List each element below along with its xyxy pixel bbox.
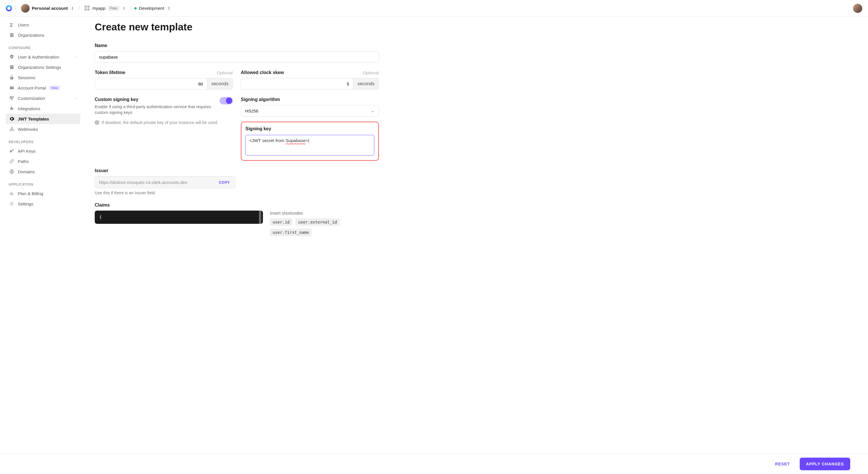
svg-rect-14 bbox=[11, 96, 12, 100]
new-badge: New bbox=[50, 86, 60, 90]
webhook-icon bbox=[9, 127, 14, 132]
account-selector[interactable]: Personal account ▲▼ bbox=[19, 3, 75, 13]
sidebar-item-settings[interactable]: Settings bbox=[6, 198, 81, 209]
sidebar-item-label: Account Portal bbox=[18, 86, 46, 90]
clock-skew-input[interactable] bbox=[241, 78, 353, 90]
header: / Personal account ▲▼ / myapp Free ▲▼ / … bbox=[0, 0, 868, 17]
gear-icon bbox=[9, 116, 14, 121]
claims-editor[interactable]: { bbox=[95, 211, 263, 224]
selector-icon[interactable]: ▲▼ bbox=[123, 6, 125, 10]
svg-rect-10 bbox=[10, 77, 13, 80]
issuer-input[interactable] bbox=[95, 177, 214, 188]
header-left: / Personal account ▲▼ / myapp Free ▲▼ / … bbox=[6, 3, 170, 13]
env-label: Development bbox=[139, 6, 164, 11]
claims-code: { bbox=[99, 215, 102, 219]
sidebar-item-org-settings[interactable]: Organizations Settings bbox=[6, 62, 81, 72]
info-icon: i bbox=[95, 120, 99, 125]
sidebar-item-domains[interactable]: Domains bbox=[6, 166, 81, 177]
app-logo[interactable] bbox=[6, 5, 12, 11]
name-input[interactable] bbox=[95, 51, 379, 63]
sidebar-item-user-auth[interactable]: User & Authentication › bbox=[6, 52, 81, 62]
claims-label: Claims bbox=[95, 202, 379, 208]
plan-badge: Free bbox=[107, 6, 119, 11]
signing-key-label: Signing key bbox=[245, 126, 374, 131]
sidebar-item-jwt-templates[interactable]: JWT Templates bbox=[6, 114, 81, 124]
sidebar-group-developers: DEVELOPERS bbox=[6, 134, 81, 146]
sidebar-item-webhooks[interactable]: Webhooks bbox=[6, 124, 81, 134]
optional-label: Optional bbox=[217, 70, 233, 75]
sidebar-item-label: Plan & Billing bbox=[18, 191, 43, 196]
globe-icon bbox=[9, 169, 14, 174]
sidebar-item-label: Sessions bbox=[18, 75, 35, 80]
app-name: myapp bbox=[92, 6, 105, 11]
svg-rect-22 bbox=[11, 192, 12, 195]
custom-key-toggle[interactable] bbox=[220, 97, 233, 104]
chevron-right-icon: › bbox=[75, 55, 77, 59]
issuer-copy-button[interactable]: COPY bbox=[214, 177, 235, 188]
svg-rect-4 bbox=[12, 34, 13, 34]
sidebar-item-customization[interactable]: Customization › bbox=[6, 93, 81, 103]
main-content: Create new template Name Token lifetime … bbox=[86, 17, 402, 453]
svg-rect-7 bbox=[10, 65, 13, 69]
sidebar-item-label: Webhooks bbox=[18, 127, 38, 132]
sidebar-item-label: Integrations bbox=[18, 106, 40, 111]
org-icon bbox=[9, 32, 14, 38]
sidebar-item-label: User & Authentication bbox=[18, 55, 59, 59]
shortcode-chip[interactable]: user.external_id bbox=[296, 218, 340, 226]
breadcrumb-sep: / bbox=[79, 5, 80, 11]
sidebar-group-application: APPLICATION bbox=[6, 177, 81, 188]
sidebar-item-label: API Keys bbox=[18, 149, 36, 154]
chevron-down-icon: ⌄ bbox=[371, 108, 375, 113]
algorithm-value: HS256 bbox=[245, 108, 258, 113]
sidebar: Users Organizations CONFIGURE User & Aut… bbox=[0, 17, 86, 453]
svg-point-0 bbox=[10, 23, 12, 25]
sidebar-item-paths[interactable]: Paths bbox=[6, 156, 81, 166]
custom-key-desc: Enable if using a third-party authentica… bbox=[95, 104, 214, 116]
svg-rect-3 bbox=[11, 34, 11, 34]
svg-rect-12 bbox=[10, 86, 14, 87]
sidebar-item-label: JWT Templates bbox=[18, 117, 49, 121]
token-lifetime-input[interactable] bbox=[95, 78, 207, 90]
user-avatar[interactable] bbox=[853, 4, 862, 13]
svg-rect-9 bbox=[12, 66, 13, 67]
users-icon bbox=[9, 22, 14, 27]
sidebar-item-integrations[interactable]: Integrations bbox=[6, 103, 81, 114]
custom-key-info: If disabled, the default private key of … bbox=[102, 120, 218, 125]
sidebar-item-account-portal[interactable]: Account Portal New bbox=[6, 83, 81, 93]
shortcode-chip[interactable]: user.first_name bbox=[270, 229, 312, 236]
sidebar-item-label: Customization bbox=[18, 96, 45, 101]
optional-label: Optional bbox=[363, 70, 379, 75]
svg-rect-21 bbox=[10, 193, 11, 195]
settings-icon bbox=[9, 201, 14, 206]
signing-key-highlight: Signing key <JWT secret from Supabase>| bbox=[241, 122, 379, 161]
environment-selector[interactable]: Development ▲▼ bbox=[134, 6, 170, 11]
svg-rect-5 bbox=[11, 35, 11, 36]
sidebar-item-label: Users bbox=[18, 22, 29, 27]
sidebar-item-plan-billing[interactable]: Plan & Billing bbox=[6, 188, 81, 198]
lock-icon bbox=[9, 75, 14, 80]
app-selector[interactable]: myapp Free ▲▼ bbox=[83, 5, 127, 12]
token-lifetime-unit: seconds bbox=[207, 78, 233, 90]
issuer-label: Issuer bbox=[95, 168, 236, 173]
clock-skew-unit: seconds bbox=[353, 78, 379, 90]
clock-skew-label: Allowed clock skew bbox=[241, 70, 284, 75]
sidebar-item-label: Settings bbox=[18, 201, 33, 206]
sidebar-item-organizations[interactable]: Organizations bbox=[6, 30, 81, 40]
sidebar-item-sessions[interactable]: Sessions bbox=[6, 72, 81, 83]
link-icon bbox=[9, 159, 14, 164]
app-icon bbox=[84, 5, 90, 11]
svg-point-18 bbox=[11, 127, 12, 129]
algorithm-select[interactable]: HS256 ⌄ bbox=[241, 105, 379, 117]
sidebar-item-users[interactable]: Users bbox=[6, 20, 81, 30]
sidebar-item-label: Domains bbox=[18, 169, 35, 174]
shortcode-chip[interactable]: user.id bbox=[270, 218, 292, 226]
signing-key-input[interactable]: <JWT secret from Supabase>| bbox=[245, 135, 374, 156]
breadcrumb-sep: / bbox=[15, 5, 17, 11]
sidebar-item-label: Organizations bbox=[18, 33, 44, 38]
sidebar-item-api-keys[interactable]: API Keys bbox=[6, 146, 81, 156]
svg-rect-2 bbox=[10, 33, 13, 37]
shortcodes-label: Insert shortcodes bbox=[270, 211, 379, 216]
algorithm-label: Signing algorithm bbox=[241, 97, 379, 102]
selector-icon[interactable]: ▲▼ bbox=[167, 6, 170, 10]
selector-icon[interactable]: ▲▼ bbox=[71, 6, 74, 10]
